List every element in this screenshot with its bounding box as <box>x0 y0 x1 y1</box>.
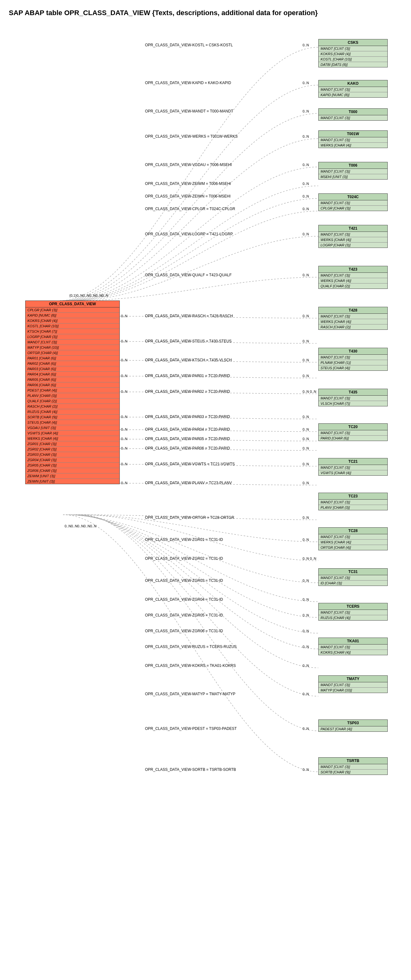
relation-label: OPR_CLASS_DATA_VIEW-STEUS = T430-STEUS <box>145 339 232 344</box>
cardinality-right: 0..N <box>303 727 309 730</box>
cardinality-left: 0..N <box>121 428 127 431</box>
relation-label: OPR_CLASS_DATA_VIEW-KTSCH = T435-VLSCH <box>145 358 232 362</box>
ref-entity-field: MATYP [CHAR (10)] <box>319 688 387 693</box>
main-entity-field: ZGR04 [CHAR (3)] <box>25 457 119 463</box>
ref-entity-t000: T000MANDT [CLNT (3)] <box>319 108 388 121</box>
ref-entity-name: TC23 <box>319 493 387 500</box>
ref-entity-field: DATBI [DATS (8)] <box>319 62 387 67</box>
ref-entity-field: WERKS [CHAR (4)] <box>319 319 387 325</box>
main-entity-field: CPLGR [CHAR (3)] <box>25 307 119 313</box>
ref-entity-field: MANDT [CLNT (3)] <box>319 355 387 360</box>
ref-entity-name: T001W <box>319 131 387 137</box>
relation-label: OPR_CLASS_DATA_VIEW-PAR06 = TC20-PARID <box>145 446 230 450</box>
cardinality-right: 0..N <box>303 415 309 418</box>
main-entity-field: STEUS [CHAR (4)] <box>25 420 119 425</box>
main-entity-field: RUZUS [CHAR (4)] <box>25 409 119 415</box>
main-entity-field: ZEIWN [UNIT (3)] <box>25 479 119 484</box>
ref-entity-kako: KAKOMANDT [CLNT (3)]KAPID [NUMC (8)] <box>319 80 388 98</box>
ref-entity-field: MANDT [CLNT (3)] <box>319 500 387 505</box>
main-entity-name: OPR_CLASS_DATA_VIEW <box>25 301 119 307</box>
cardinality-left: 0..N <box>121 314 127 318</box>
relation-label: OPR_CLASS_DATA_VIEW-PLANV = TC23-PLANV <box>145 481 232 485</box>
page-title: SAP ABAP table OPR_CLASS_DATA_VIEW {Text… <box>9 9 405 17</box>
relation-label: OPR_CLASS_DATA_VIEW-ZGR06 = TC31-ID <box>145 629 223 633</box>
cardinality-right: 0..N <box>303 339 309 343</box>
ref-entity-field: KOKRS [CHAR (4)] <box>319 51 387 57</box>
main-entity-field: PDEST [CHAR (4)] <box>25 388 119 393</box>
relation-label: OPR_CLASS_DATA_VIEW-PAR04 = TC20-PARID <box>145 427 230 431</box>
ref-entity-t006: T006MANDT [CLNT (3)]MSEHI [UNIT (3)] <box>319 162 388 180</box>
relation-label: OPR_CLASS_DATA_VIEW-KOKRS = TKA01-KOKRS <box>145 663 236 668</box>
main-entity-field: ZGR05 [CHAR (3)] <box>25 463 119 468</box>
cardinality-right: 0..N <box>303 182 309 186</box>
ref-entity-csks: CSKSMANDT [CLNT (3)]KOKRS [CHAR (4)]KOST… <box>319 39 388 67</box>
cardinality-left: 0..N <box>121 437 127 441</box>
main-entity: OPR_CLASS_DATA_VIEW CPLGR [CHAR (3)]KAPI… <box>25 301 120 484</box>
ref-entity-name: TC20 <box>319 424 387 430</box>
ref-entity-name: TMATY <box>319 676 387 682</box>
cardinality-left: 0..N <box>121 358 127 362</box>
cardinality-right: 0..N <box>303 645 309 649</box>
cardinality-right: 0..N <box>303 109 309 113</box>
ref-entity-t435: T435MANDT [CLNT (3)]VLSCH [CHAR (7)] <box>319 389 388 406</box>
ref-entity-field: CPLGR [CHAR (3)] <box>319 206 387 211</box>
relation-label: OPR_CLASS_DATA_VIEW-KAPID = KAKO-KAPID <box>145 81 231 85</box>
cardinality-right: 0..N <box>303 273 309 277</box>
ref-entity-field: WERKS [CHAR (4)] <box>319 539 387 545</box>
cardinality-left: 0..N <box>121 446 127 450</box>
ref-entity-field: MANDT [CLNT (3)] <box>319 314 387 319</box>
ref-entity-t428: T428MANDT [CLNT (3)]WERKS [CHAR (4)]RASC… <box>319 307 388 330</box>
cardinality-right: 0..N <box>303 428 309 431</box>
relation-label: OPR_CLASS_DATA_VIEW-WERKS = T001W-WERKS <box>145 134 237 138</box>
main-entity-field: ZEIWM [UNIT (3)] <box>25 474 119 479</box>
cardinality-left: 0..N <box>121 374 127 378</box>
ref-entity-field: MSEHI [UNIT (3)] <box>319 174 387 179</box>
cardinality-left: 0..N <box>121 339 127 343</box>
ref-entity-field: RASCH [CHAR (2)] <box>319 325 387 329</box>
main-entity-field: WERKS [CHAR (4)] <box>25 436 119 441</box>
ref-entity-field: MANDT [CLNT (3)] <box>319 644 387 650</box>
relation-label: OPR_CLASS_DATA_VIEW-MATYP = TMATY-MATYP <box>145 692 236 696</box>
ref-entity-name: TSP03 <box>319 720 387 726</box>
cardinality-right: 0..N <box>303 481 309 485</box>
ref-entity-t024c: T024CMANDT [CLNT (3)]CPLGR [CHAR (3)] <box>319 193 388 211</box>
ref-entity-field: LOGRP [CHAR (3)] <box>319 243 387 248</box>
cardinality-right: 0..N <box>303 374 309 378</box>
main-entity-field: PLANV [CHAR (3)] <box>25 393 119 398</box>
ref-entity-field: QUALF [CHAR (2)] <box>319 283 387 288</box>
cardinality-right: 0..N <box>303 613 309 617</box>
main-entity-field: QUALF [CHAR (2)] <box>25 398 119 404</box>
ref-entity-field: SORTB [CHAR (9)] <box>319 770 387 775</box>
ref-entity-field: KOSTL [CHAR (10)] <box>319 57 387 62</box>
ref-entity-tc20: TC20MANDT [CLNT (3)]PARID [CHAR (6)] <box>319 423 388 441</box>
cardinality-right: 0..N <box>303 232 309 236</box>
ref-entity-field: KAPID [NUMC (8)] <box>319 92 387 97</box>
ref-entity-field: MANDT [CLNT (3)] <box>319 200 387 206</box>
ref-entity-field: KOKRS [CHAR (4)] <box>319 650 387 655</box>
relation-label: OPR_CLASS_DATA_VIEW-MANDT = T000-MANDT <box>145 109 233 113</box>
ref-entity-tka01: TKA01MANDT [CLNT (3)]KOKRS [CHAR (4)] <box>319 638 388 655</box>
ref-entity-name: T423 <box>319 266 387 273</box>
ref-entity-field: PLANV [CHAR (3)] <box>319 505 387 510</box>
main-entity-field: MANDT [CLNT (3)] <box>25 340 119 345</box>
main-entity-field: ZGR01 [CHAR (3)] <box>25 441 119 447</box>
ref-entity-tsrtb: TSRTBMANDT [CLNT (3)]SORTB [CHAR (9)] <box>319 757 388 775</box>
relation-label: OPR_CLASS_DATA_VIEW-PAR01 = TC20-PARID <box>145 374 230 378</box>
relation-label: OPR_CLASS_DATA_VIEW-ZGR01 = TC31-ID <box>145 538 223 542</box>
main-entity-field: SORTB [CHAR (9)] <box>25 415 119 420</box>
cardinality-right: 0.,N <box>303 194 309 198</box>
ref-entity-field: ID [CHAR (3)] <box>319 581 387 585</box>
ref-entity-field: RUZUS [CHAR (4)] <box>319 615 387 620</box>
ref-entity-name: T006 <box>319 162 387 169</box>
cardinality-left: 0..N <box>121 481 127 485</box>
cardinality-right: 0..N <box>303 314 309 318</box>
cardinality-right: 0..N <box>303 135 309 138</box>
ref-entity-field: VLSCH [CHAR (7)] <box>319 401 387 406</box>
relation-label: OPR_CLASS_DATA_VIEW-SORTB = TSRTB-SORTB <box>145 767 236 772</box>
ref-entity-name: T000 <box>319 109 387 115</box>
ref-entity-name: TKA01 <box>319 638 387 644</box>
cardinality-left: 0..N <box>121 415 127 418</box>
ref-entity-field: MANDT [CLNT (3)] <box>319 396 387 401</box>
erd-canvas: {0,1}0..N0..N0..N0..N0..N 0..N0..N0..N0.… <box>6 27 405 972</box>
ref-entity-tc31: TC31MANDT [CLNT (3)]ID [CHAR (3)] <box>319 568 388 586</box>
